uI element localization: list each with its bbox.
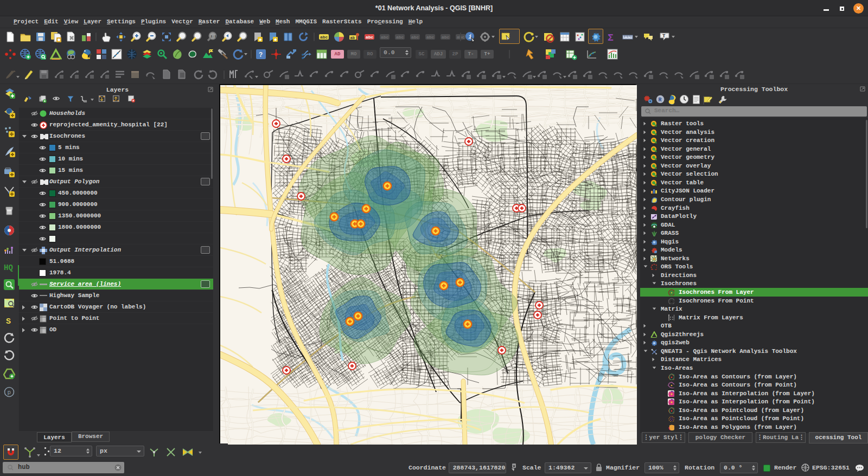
- svg-text:p: p: [8, 389, 11, 396]
- svg-text:abc: abc: [411, 35, 419, 40]
- svg-text:Σ: Σ: [608, 33, 614, 43]
- svg-text:S: S: [6, 317, 11, 326]
- svg-text:ab: ab: [350, 36, 355, 40]
- svg-text:abc: abc: [426, 35, 435, 40]
- svg-text:R: R: [658, 97, 661, 103]
- svg-text:abc: abc: [320, 35, 328, 40]
- svg-text:HQ: HQ: [4, 263, 13, 272]
- svg-text:T: T: [662, 34, 666, 39]
- svg-text:?: ?: [259, 52, 263, 59]
- svg-text:abc: abc: [381, 35, 389, 40]
- svg-text:abc: abc: [366, 35, 374, 40]
- svg-text:1:1: 1:1: [210, 35, 216, 38]
- svg-text:abc: abc: [396, 35, 404, 40]
- svg-text:abc: abc: [442, 35, 450, 40]
